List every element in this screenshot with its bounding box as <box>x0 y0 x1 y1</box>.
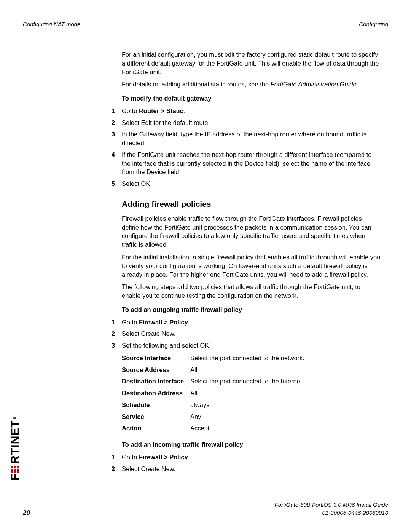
param-value: Accept <box>190 424 381 433</box>
intro-paragraph-1: For an initial configuration, you must e… <box>122 50 381 76</box>
step-number: 2 <box>105 118 122 127</box>
step-body: Select Create New. <box>122 329 381 338</box>
step-body: Select Edit for the default route <box>122 118 381 127</box>
header-right: Configuring <box>359 21 388 27</box>
param-row: ServiceAny <box>122 412 381 421</box>
firewall-paragraph-3: The following steps add two policies tha… <box>122 283 381 300</box>
subhead-outgoing-policy: To add an outgoing traffic firewall poli… <box>122 305 381 314</box>
step-body: In the Gateway field, type the IP addres… <box>122 130 381 147</box>
param-row: ActionAccept <box>122 424 381 433</box>
logo-letter-f: F <box>8 473 21 481</box>
intro-paragraph-2: For details on adding additional static … <box>122 80 381 89</box>
step-body: Go to Firewall > Policy. <box>122 318 381 327</box>
param-value: Select the port connected to the Interne… <box>190 377 381 386</box>
step-item: 3In the Gateway field, type the IP addre… <box>122 130 381 147</box>
step-bold-path: Router > Static <box>139 107 183 114</box>
param-name: Action <box>122 424 190 433</box>
param-row: Destination InterfaceSelect the port con… <box>122 377 381 386</box>
param-value: Any <box>190 412 381 421</box>
step-bold-path: Firewall > Policy <box>139 454 188 460</box>
param-name: Destination Address <box>122 389 190 398</box>
policy-parameter-table: Source InterfaceSelect the port connecte… <box>122 354 381 433</box>
step-body: Select OK. <box>122 179 381 188</box>
step-body: Go to Firewall > Policy. <box>122 453 381 462</box>
steps-incoming-policy: 1Go to Firewall > Policy.2Select Create … <box>122 453 381 473</box>
param-value: All <box>190 366 381 374</box>
page-number: 20 <box>23 509 30 517</box>
firewall-paragraph-2: For the initial installation, a single f… <box>122 253 381 279</box>
steps-modify-gateway: 1Go to Router > Static.2Select Edit for … <box>122 107 381 188</box>
logo-registered: ® <box>13 416 17 419</box>
step-body: Set the following and select OK. <box>122 341 381 350</box>
param-value: Select the port connected to the network… <box>190 354 381 363</box>
step-number: 1 <box>105 318 122 327</box>
param-row: Destination AddressAll <box>122 389 381 398</box>
step-number: 4 <box>105 150 122 176</box>
step-item: 1Go to Firewall > Policy. <box>122 453 381 462</box>
step-item: 2Select Edit for the default route <box>122 118 381 127</box>
firewall-paragraph-1: Firewall policies enable traffic to flow… <box>122 214 381 249</box>
intro2-suffix: . <box>357 81 358 88</box>
step-item: 5Select OK. <box>122 179 381 188</box>
param-name: Source Interface <box>122 354 190 363</box>
step-bold-path: Firewall > Policy <box>139 319 188 326</box>
step-number: 2 <box>105 329 122 338</box>
step-item: 1Go to Router > Static. <box>122 107 381 115</box>
step-body: Go to Router > Static. <box>122 107 381 115</box>
step-number: 1 <box>105 453 122 462</box>
step-item: 4If the FortiGate unit reaches the next-… <box>122 150 381 176</box>
steps-outgoing-policy: 1Go to Firewall > Policy.2Select Create … <box>122 318 381 350</box>
subhead-modify-gateway: To modify the default gateway <box>122 94 381 103</box>
step-number: 3 <box>105 341 122 350</box>
step-number: 2 <box>105 465 122 473</box>
step-body: If the FortiGate unit reaches the next-h… <box>122 150 381 176</box>
param-row: Source AddressAll <box>122 366 381 374</box>
subhead-incoming-policy: To add an incoming traffic firewall poli… <box>122 440 381 449</box>
footer-line-2: 01-30006-0446-20080910 <box>23 509 388 517</box>
step-number: 1 <box>105 107 122 115</box>
step-number: 5 <box>105 179 122 188</box>
param-name: Destination Interface <box>122 377 190 386</box>
param-value: All <box>190 389 381 398</box>
param-name: Source Address <box>122 366 190 374</box>
step-item: 2Select Create New. <box>122 329 381 338</box>
param-name: Service <box>122 412 190 421</box>
param-name: Schedule <box>122 401 190 409</box>
step-item: 2Select Create New. <box>122 465 381 473</box>
param-row: Schedulealways <box>122 401 381 409</box>
step-number: 3 <box>105 130 122 147</box>
step-item: 3Set the following and select OK. <box>122 341 381 350</box>
step-item: 1Go to Firewall > Policy. <box>122 318 381 327</box>
footer-line-1: FortiGate-60B FortiOS 3.0 MR6 Install Gu… <box>23 501 388 509</box>
header-left: Configuring NAT mode <box>23 21 80 27</box>
logo-rest: RTINET <box>8 420 21 463</box>
step-body: Select Create New. <box>122 465 381 473</box>
logo-dots-icon <box>11 466 19 473</box>
section-heading-firewall: Adding firewall policies <box>122 199 381 210</box>
intro2-prefix: For details on adding additional static … <box>122 81 271 88</box>
param-row: Source InterfaceSelect the port connecte… <box>122 354 381 363</box>
param-value: always <box>190 401 381 409</box>
fortinet-logo: F RTINET ® <box>8 416 21 481</box>
intro2-guide-ref: FortiGate Administration Guide <box>271 81 357 88</box>
